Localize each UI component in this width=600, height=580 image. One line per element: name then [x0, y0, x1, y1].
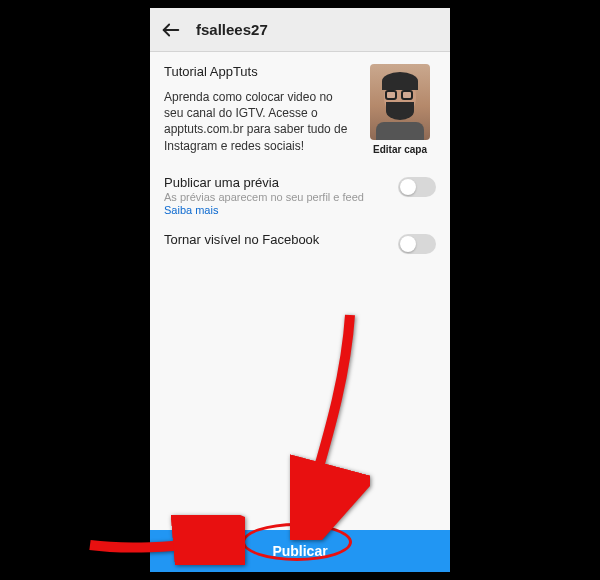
header-username: fsallees27	[196, 21, 268, 38]
publish-button[interactable]: Publicar	[150, 530, 450, 572]
content-area: Tutorial AppTuts Aprenda como colocar vi…	[150, 52, 450, 572]
preview-toggle[interactable]	[398, 177, 436, 197]
facebook-option-title: Tornar visível no Facebook	[164, 232, 388, 247]
preview-option-row: Publicar uma prévia As prévias aparecem …	[164, 169, 436, 226]
facebook-toggle[interactable]	[398, 234, 436, 254]
post-description[interactable]: Aprenda como colocar video no seu canal …	[164, 89, 354, 154]
preview-option-subtitle: As prévias aparecem no seu perfil e feed	[164, 191, 388, 203]
post-title[interactable]: Tutorial AppTuts	[164, 64, 354, 79]
learn-more-link[interactable]: Saiba mais	[164, 204, 388, 216]
cover-thumbnail[interactable]	[370, 64, 430, 140]
header-bar: fsallees27	[150, 8, 450, 52]
back-arrow-icon[interactable]	[160, 19, 182, 41]
preview-option-title: Publicar uma prévia	[164, 175, 388, 190]
edit-cover-link[interactable]: Editar capa	[373, 144, 427, 155]
facebook-option-row: Tornar visível no Facebook	[164, 226, 436, 264]
phone-screen: fsallees27 Tutorial AppTuts Aprenda como…	[150, 8, 450, 572]
